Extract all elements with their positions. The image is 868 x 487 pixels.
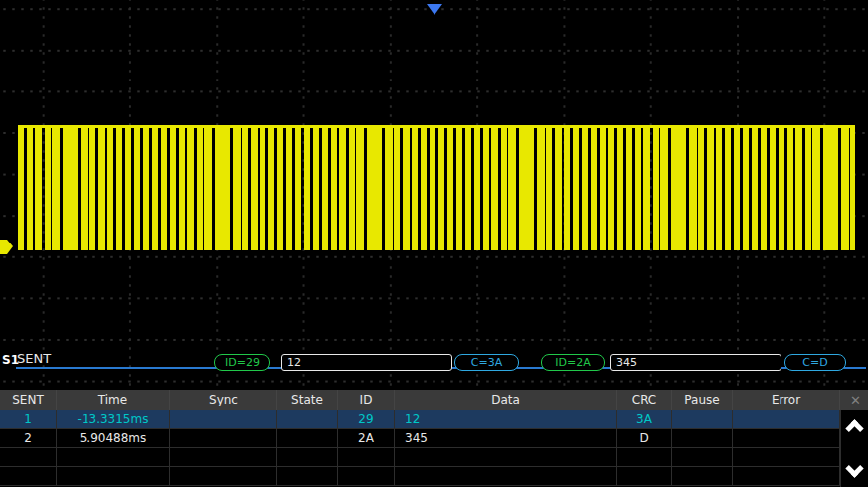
table-cell xyxy=(170,429,277,447)
table-cell xyxy=(0,467,57,485)
table-cell: 1 xyxy=(0,410,57,428)
table-cell: 3A xyxy=(617,410,672,428)
decode-frame-data: 345 xyxy=(610,354,781,371)
chevron-up-icon xyxy=(845,419,863,437)
decode-frame-crc: C=3A xyxy=(454,354,519,371)
column-header-time: Time xyxy=(57,390,170,410)
column-header-data: Data xyxy=(395,390,617,410)
table-cell xyxy=(0,448,57,466)
decode-frame-id: ID=29 xyxy=(214,354,270,371)
oscilloscope-screen: S1 SENT ID=2912C=3AID=2A345C=D ✕ SENTTim… xyxy=(0,0,868,487)
table-row[interactable] xyxy=(0,467,840,486)
table-cell xyxy=(672,429,733,447)
table-cell: 5.90488ms xyxy=(57,429,170,447)
table-cell xyxy=(170,448,277,466)
table-cell xyxy=(395,448,617,466)
table-cell xyxy=(57,448,170,466)
table-cell xyxy=(617,467,672,485)
table-cell xyxy=(617,448,672,466)
table-cell xyxy=(338,467,395,485)
table-cell: 12 xyxy=(395,410,617,428)
table-cell xyxy=(170,410,277,428)
scroll-down-button[interactable] xyxy=(841,459,868,487)
table-cell: 2 xyxy=(0,429,57,447)
column-header-state: State xyxy=(277,390,338,410)
table-cell xyxy=(733,429,840,447)
table-row[interactable] xyxy=(0,448,840,467)
table-cell xyxy=(733,467,840,485)
table-scrollbar xyxy=(840,410,868,487)
table-cell xyxy=(170,467,277,485)
table-cell xyxy=(277,448,338,466)
column-header-pause: Pause xyxy=(672,390,733,410)
decode-frame-data: 12 xyxy=(281,354,452,371)
column-header-id: ID xyxy=(338,390,395,410)
table-cell xyxy=(277,410,338,428)
table-cell xyxy=(57,467,170,485)
table-cell: 2A xyxy=(338,429,395,447)
table-cell: 29 xyxy=(338,410,395,428)
table-cell: -13.3315ms xyxy=(57,410,170,428)
table-cell xyxy=(672,410,733,428)
table-cell xyxy=(277,467,338,485)
column-header-crc: CRC xyxy=(617,390,672,410)
close-icon[interactable]: ✕ xyxy=(850,393,861,407)
table-cell xyxy=(672,467,733,485)
table-cell xyxy=(733,448,840,466)
table-cell xyxy=(338,448,395,466)
scroll-up-button[interactable] xyxy=(841,410,868,438)
column-header-sync: Sync xyxy=(170,390,277,410)
table-body: 1-13.3315ms29123A25.90488ms2A345D xyxy=(0,410,840,486)
decode-frame-id: ID=2A xyxy=(541,354,605,371)
table-cell xyxy=(395,467,617,485)
table-cell: 345 xyxy=(395,429,617,447)
decode-frames: ID=2912C=3AID=2A345C=D xyxy=(0,0,868,390)
table-row[interactable]: 1-13.3315ms29123A xyxy=(0,410,840,429)
table-cell xyxy=(672,448,733,466)
decode-table: ✕ SENTTimeSyncStateIDDataCRCPauseError 1… xyxy=(0,390,868,487)
table-cell: D xyxy=(617,429,672,447)
decode-frame-crc: C=D xyxy=(784,354,846,371)
table-row[interactable]: 25.90488ms2A345D xyxy=(0,429,840,448)
column-header-error: Error xyxy=(733,390,840,410)
table-cell xyxy=(733,410,840,428)
chevron-down-icon xyxy=(845,459,863,477)
column-header-sent: SENT xyxy=(0,390,57,410)
waveform-display: S1 SENT ID=2912C=3AID=2A345C=D xyxy=(0,0,868,390)
table-cell xyxy=(277,429,338,447)
table-header-row: ✕ SENTTimeSyncStateIDDataCRCPauseError xyxy=(0,390,868,410)
